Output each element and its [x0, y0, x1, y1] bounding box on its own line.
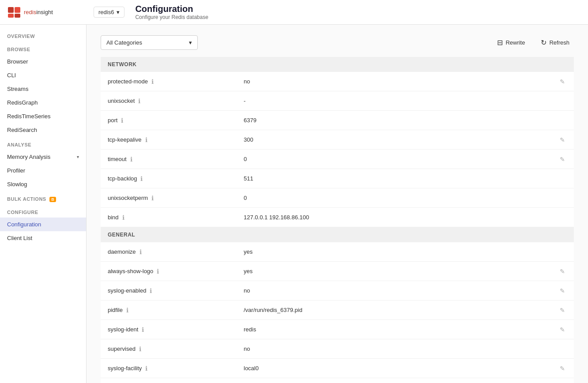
info-icon[interactable]: ℹ — [145, 365, 147, 372]
edit-icon[interactable]: ✎ — [558, 364, 567, 373]
edit-icon[interactable]: ✎ — [558, 77, 567, 86]
config-value: no — [240, 78, 558, 85]
edit-icon[interactable]: ✎ — [558, 306, 567, 315]
edit-icon[interactable]: ✎ — [558, 267, 567, 276]
main-layout: OVERVIEW BROWSE Browser CLI Streams Redi… — [0, 25, 588, 383]
sidebar-section-browse: BROWSE — [0, 41, 86, 55]
svg-rect-1 — [15, 7, 20, 13]
config-key: timeoutℹ — [108, 156, 240, 163]
info-icon[interactable]: ℹ — [145, 136, 147, 143]
config-value: local0 — [240, 365, 558, 372]
config-value: 6379 — [240, 117, 567, 124]
config-row: syslog-facilityℹlocal0✎ — [101, 359, 574, 378]
config-value: - — [240, 98, 567, 104]
page-title-area: Configuration Configure your Redis datab… — [135, 4, 208, 20]
rewrite-icon: ⊟ — [497, 38, 503, 47]
category-select[interactable]: All Categories ▾ — [101, 35, 198, 50]
info-icon[interactable]: ℹ — [130, 156, 132, 163]
sidebar-item-redisgraph[interactable]: RedisGraph — [0, 96, 86, 109]
sidebar-section-overview: OVERVIEW — [0, 28, 86, 41]
refresh-icon: ↻ — [541, 38, 547, 47]
config-row: syslog-enabledℹno✎ — [101, 281, 574, 300]
config-value: no — [240, 345, 567, 352]
config-row: portℹ6379 — [101, 111, 574, 130]
page-subtitle: Configure your Redis database — [135, 14, 208, 20]
config-row: syslog-identℹredis✎ — [101, 320, 574, 339]
sidebar-item-profiler[interactable]: Profiler — [0, 164, 86, 177]
logo-text: redisinsight — [24, 9, 53, 15]
config-key: tcp-keepaliveℹ — [108, 136, 240, 143]
config-key: unixsocketpermℹ — [108, 195, 240, 202]
config-key: supervisedℹ — [108, 345, 240, 353]
sidebar-item-configuration[interactable]: Configuration — [0, 218, 86, 231]
sidebar: OVERVIEW BROWSE Browser CLI Streams Redi… — [0, 25, 87, 383]
toolbar-actions: ⊟ Rewrite ↻ Refresh — [493, 36, 574, 49]
config-value: redis — [240, 326, 558, 333]
config-key: pidfileℹ — [108, 307, 240, 314]
refresh-button[interactable]: ↻ Refresh — [536, 36, 574, 49]
config-key: syslog-identℹ — [108, 326, 240, 333]
chevron-down-icon: ▾ — [117, 9, 120, 15]
info-icon[interactable]: ℹ — [150, 287, 152, 294]
page-title: Configuration — [135, 4, 208, 14]
sidebar-item-redisearch[interactable]: RediSearch — [0, 123, 86, 137]
info-icon[interactable]: ℹ — [138, 98, 140, 105]
db-selector[interactable]: redis6 ▾ — [94, 7, 124, 18]
config-value: 127.0.0.1 192.168.86.100 — [240, 214, 567, 221]
config-row: tcp-backlogℹ511 — [101, 169, 574, 188]
info-icon[interactable]: ℹ — [122, 214, 124, 221]
config-toolbar: All Categories ▾ ⊟ Rewrite ↻ Refresh — [101, 35, 574, 50]
config-key: bindℹ — [108, 214, 240, 221]
config-value: yes — [240, 248, 567, 255]
sidebar-item-slowlog[interactable]: Slowlog — [0, 177, 86, 191]
sidebar-item-cli[interactable]: CLI — [0, 68, 86, 82]
edit-icon[interactable]: ✎ — [558, 135, 567, 144]
info-icon[interactable]: ℹ — [139, 345, 141, 353]
sidebar-section-configure: CONFIGURE — [0, 204, 86, 218]
sidebar-item-streams[interactable]: Streams — [0, 82, 86, 96]
config-row: protected-modeℹno✎ — [101, 72, 574, 91]
redis-logo-icon — [7, 5, 21, 19]
info-icon[interactable]: ℹ — [151, 195, 154, 202]
rewrite-button[interactable]: ⊟ Rewrite — [493, 36, 529, 49]
info-icon[interactable]: ℹ — [139, 248, 142, 255]
edit-icon[interactable]: ✎ — [558, 325, 567, 334]
sidebar-item-memory-analysis[interactable]: Memory Analysis ▾ — [0, 150, 86, 164]
svg-rect-3 — [15, 14, 20, 18]
config-key: unixsocketℹ — [108, 98, 240, 105]
config-row: tcp-keepaliveℹ300✎ — [101, 130, 574, 150]
sidebar-section-bulk-actions: BULK ACTIONS β — [0, 191, 86, 204]
content-area: All Categories ▾ ⊟ Rewrite ↻ Refresh NET… — [87, 25, 588, 383]
config-value: 0 — [240, 156, 558, 162]
config-key: syslog-enabledℹ — [108, 287, 240, 294]
config-row: unixsocketℹ- — [101, 91, 574, 111]
info-icon[interactable]: ℹ — [121, 117, 123, 124]
config-row: pidfileℹ/var/run/redis_6379.pid✎ — [101, 300, 574, 320]
sidebar-item-client-list[interactable]: Client List — [0, 231, 86, 245]
info-icon[interactable]: ℹ — [157, 268, 159, 275]
section-header-network: NETWORK — [101, 57, 574, 72]
config-row: daemonizeℹyes — [101, 242, 574, 262]
svg-rect-0 — [8, 7, 14, 13]
chevron-down-icon: ▾ — [77, 154, 79, 159]
info-icon[interactable]: ℹ — [126, 307, 128, 314]
edit-icon[interactable]: ✎ — [558, 286, 567, 295]
logo-area: redisinsight — [7, 5, 94, 19]
beta-badge: β — [49, 197, 56, 202]
config-value: 511 — [240, 175, 567, 182]
info-icon[interactable]: ℹ — [140, 175, 143, 182]
config-value: /var/run/redis_6379.pid — [240, 307, 558, 313]
config-row: bindℹ127.0.0.1 192.168.86.100 — [101, 208, 574, 227]
config-key: always-show-logoℹ — [108, 268, 240, 275]
config-key: protected-modeℹ — [108, 78, 240, 85]
info-icon[interactable]: ℹ — [151, 78, 154, 85]
chevron-down-icon: ▾ — [189, 39, 192, 46]
config-row: unixsocketpermℹ0 — [101, 188, 574, 208]
sidebar-item-redistimeseries[interactable]: RedisTimeSeries — [0, 109, 86, 123]
config-row: timeoutℹ0✎ — [101, 150, 574, 169]
sidebar-item-browser[interactable]: Browser — [0, 55, 86, 68]
info-icon[interactable]: ℹ — [142, 326, 144, 333]
edit-icon[interactable]: ✎ — [558, 155, 567, 164]
config-table-container: NETWORKprotected-modeℹno✎unixsocketℹ-por… — [101, 57, 574, 383]
config-row: loglevelℹnotice✎ — [101, 378, 574, 383]
